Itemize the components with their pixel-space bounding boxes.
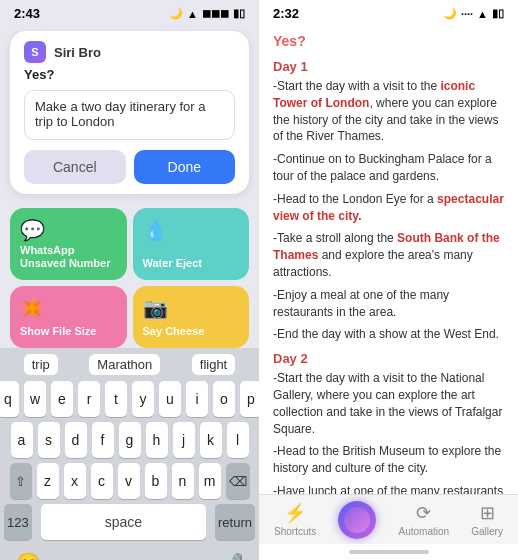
- tab-siri-orb[interactable]: [338, 501, 376, 539]
- siri-header: S Siri Bro: [24, 41, 235, 63]
- automation-icon: ⟳: [416, 502, 431, 524]
- water-icon: 💧: [143, 218, 240, 242]
- key-z[interactable]: z: [37, 463, 59, 499]
- tab-automation[interactable]: ⟳ Automation: [399, 502, 450, 537]
- key-r[interactable]: r: [78, 381, 100, 417]
- app-grid: 💬 WhatsApp Unsaved Number 💧 Water Eject …: [10, 208, 249, 348]
- battery-icon: ▮▯: [233, 7, 245, 20]
- notes-content: Yes? Day 1 -Start the day with a visit t…: [259, 25, 518, 494]
- key-s[interactable]: s: [38, 422, 60, 458]
- emoji-icon[interactable]: 😊: [16, 551, 41, 560]
- file-size-icon: ✴️: [20, 296, 117, 320]
- shift-key[interactable]: ⇧: [10, 463, 32, 499]
- key-h[interactable]: h: [146, 422, 168, 458]
- return-key[interactable]: return: [215, 504, 255, 540]
- water-eject-tile[interactable]: 💧 Water Eject: [133, 208, 250, 280]
- day1-item-4: -Take a stroll along the South Bank of t…: [273, 230, 504, 280]
- right-battery-icon: ▮▯: [492, 7, 504, 20]
- day1-item-5: -Enjoy a meal at one of the many restaur…: [273, 287, 504, 321]
- whatsapp-label: WhatsApp Unsaved Number: [20, 244, 117, 270]
- key-o[interactable]: o: [213, 381, 235, 417]
- key-x[interactable]: x: [64, 463, 86, 499]
- key-row-2: a s d f g h j k l: [4, 422, 255, 458]
- key-f[interactable]: f: [92, 422, 114, 458]
- day2-item-1: -Start the day with a visit to the Natio…: [273, 370, 504, 437]
- key-u[interactable]: u: [159, 381, 181, 417]
- key-row-3: ⇧ z x c v b n m ⌫: [4, 463, 255, 499]
- key-d[interactable]: d: [65, 422, 87, 458]
- key-row-4: 123 space return: [4, 504, 255, 540]
- show-file-size-tile[interactable]: ✴️ Show File Size: [10, 286, 127, 348]
- whatsapp-icon: 💬: [20, 218, 117, 242]
- right-dots-icon: ····: [461, 8, 473, 20]
- key-y[interactable]: y: [132, 381, 154, 417]
- day2-item-3: -Have lunch at one of the many restauran…: [273, 483, 504, 494]
- shortcuts-label: Shortcuts: [274, 526, 316, 537]
- whatsapp-tile[interactable]: 💬 WhatsApp Unsaved Number: [10, 208, 127, 280]
- predict-1[interactable]: trip: [24, 354, 58, 375]
- num-key[interactable]: 123: [4, 504, 32, 540]
- left-panel: 2:43 🌙 ▲ ◼◼◼ ▮▯ S Siri Bro Yes? Make a t…: [0, 0, 259, 560]
- siri-card-question: Yes?: [24, 67, 235, 82]
- tab-gallery[interactable]: ⊞ Gallery: [471, 502, 503, 537]
- key-l[interactable]: l: [227, 422, 249, 458]
- tab-shortcuts[interactable]: ⚡ Shortcuts: [274, 502, 316, 537]
- predict-2[interactable]: Marathon: [89, 354, 160, 375]
- siri-bro-icon: S: [24, 41, 46, 63]
- cancel-button[interactable]: Cancel: [24, 150, 126, 184]
- camera-icon: 📷: [143, 296, 240, 320]
- predict-3[interactable]: flight: [192, 354, 235, 375]
- keyboard: trip Marathon flight q w e r t y u i o p…: [0, 348, 259, 560]
- key-b[interactable]: b: [145, 463, 167, 499]
- notes-question: Yes?: [273, 33, 504, 49]
- siri-card: S Siri Bro Yes? Make a two day itinerary…: [10, 31, 249, 194]
- siri-buttons: Cancel Done: [24, 150, 235, 184]
- key-v[interactable]: v: [118, 463, 140, 499]
- day1-heading: Day 1: [273, 59, 504, 74]
- say-cheese-tile[interactable]: 📷 Say Cheese: [133, 286, 250, 348]
- say-cheese-label: Say Cheese: [143, 325, 240, 338]
- key-c[interactable]: c: [91, 463, 113, 499]
- key-k[interactable]: k: [200, 422, 222, 458]
- right-panel: 2:32 🌙 ···· ▲ ▮▯ Yes? Day 1 -Start the d…: [259, 0, 518, 560]
- keyboard-bottom-bar: 😊 🎤: [4, 545, 255, 560]
- home-indicator: [259, 544, 518, 560]
- status-bar-left: 2:43 🌙 ▲ ◼◼◼ ▮▯: [0, 0, 259, 25]
- microphone-icon[interactable]: 🎤: [221, 552, 243, 560]
- key-p[interactable]: p: [240, 381, 259, 417]
- space-key[interactable]: space: [41, 504, 206, 540]
- gallery-icon: ⊞: [480, 502, 495, 524]
- water-label: Water Eject: [143, 257, 240, 270]
- key-a[interactable]: a: [11, 422, 33, 458]
- done-button[interactable]: Done: [134, 150, 236, 184]
- moon-icon: 🌙: [169, 7, 183, 20]
- backspace-key[interactable]: ⌫: [226, 463, 250, 499]
- right-moon-icon: 🌙: [443, 7, 457, 20]
- day2-item-2: -Head to the British Museum to explore t…: [273, 443, 504, 477]
- key-g[interactable]: g: [119, 422, 141, 458]
- predictive-row: trip Marathon flight: [4, 354, 255, 375]
- siri-orb[interactable]: [338, 501, 376, 539]
- siri-orb-inner: [344, 507, 370, 533]
- key-n[interactable]: n: [172, 463, 194, 499]
- key-w[interactable]: w: [24, 381, 46, 417]
- key-e[interactable]: e: [51, 381, 73, 417]
- siri-input-box[interactable]: Make a two day itinerary for a trip to L…: [24, 90, 235, 140]
- day1-item-3: -Head to the London Eye for a spectacula…: [273, 191, 504, 225]
- day1-item-2: -Continue on to Buckingham Palace for a …: [273, 151, 504, 185]
- key-m[interactable]: m: [199, 463, 221, 499]
- right-time: 2:32: [273, 6, 299, 21]
- key-q[interactable]: q: [0, 381, 19, 417]
- key-j[interactable]: j: [173, 422, 195, 458]
- gallery-label: Gallery: [471, 526, 503, 537]
- right-status-icons: 🌙 ···· ▲ ▮▯: [443, 7, 504, 20]
- file-size-label: Show File Size: [20, 325, 117, 338]
- left-time: 2:43: [14, 6, 40, 21]
- day1-item-6: -End the day with a show at the West End…: [273, 326, 504, 343]
- siri-bro-name: Siri Bro: [54, 45, 101, 60]
- automation-label: Automation: [399, 526, 450, 537]
- key-t[interactable]: t: [105, 381, 127, 417]
- signal-icon: ◼◼◼: [202, 7, 229, 20]
- key-i[interactable]: i: [186, 381, 208, 417]
- day1-item-1: -Start the day with a visit to the iconi…: [273, 78, 504, 145]
